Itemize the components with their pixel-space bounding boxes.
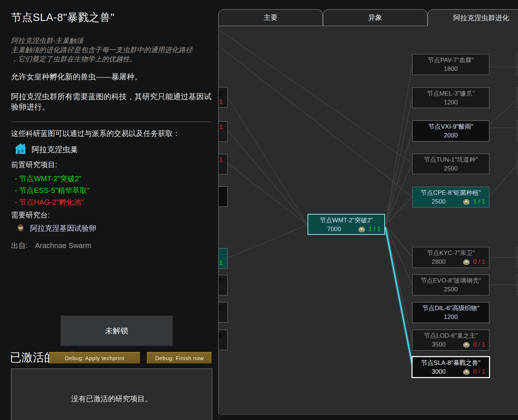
node-techprint-progress: 1 / 1 xyxy=(368,225,381,234)
node-title: 节点CPE-8"钜菌种植" xyxy=(413,188,489,197)
research-tree-canvas[interactable]: 设"111电""1壳"刺"饰"节点WMT-2"突破2"70001 / 1节点PA… xyxy=(218,26,518,414)
techprint-faction-row: 阿拉克涅虫巢 xyxy=(15,143,209,156)
node-cost: 2500 xyxy=(416,197,462,206)
node-progress-fragment: 1 xyxy=(218,98,227,107)
flavor-text: 阿拉克涅虫群-主巢触须 主巢触须的进化路径是包含于每一支虫群中的通用进化路径 ，… xyxy=(11,36,209,64)
node-techprint-progress: 1 / 1 xyxy=(473,197,485,206)
source-value: Arachnae Swarm xyxy=(35,241,91,250)
debug-apply-techprint-button[interactable]: Debug: Apply techprint xyxy=(49,352,141,364)
source-label: 出自: xyxy=(11,241,28,250)
node-title-fragment: 饰" xyxy=(218,331,227,340)
bench-heading: 需要研究台: xyxy=(11,210,209,220)
bottom-bar xyxy=(218,414,518,420)
research-node-sla8[interactable]: 节点SLA-8"暴戮之兽"30000 / 1 xyxy=(411,356,490,378)
tab-2[interactable]: 阿拉克涅虫群进化 xyxy=(428,9,518,26)
research-window: 设"111电""1壳"刺"饰"节点WMT-2"突破2"70001 / 1节点PA… xyxy=(0,0,518,420)
description-restriction: 阿拉克涅虫群所有需要蓝图的科技，其研究只能通过基因试验卵进行。 xyxy=(11,91,212,112)
research-node-dil6[interactable]: 节点DIL-6"高级织物"1200 xyxy=(412,302,489,323)
node-title: 节点TUN-1"坑道种" xyxy=(413,155,489,164)
research-node[interactable]: 饰" xyxy=(218,330,228,350)
node-title-fragment: 刺" xyxy=(218,304,227,313)
research-node[interactable]: 1 xyxy=(218,121,228,142)
research-node-lod6[interactable]: 节点LOD-6"巢之主"35000 / 1 xyxy=(412,330,489,351)
hive-house-icon xyxy=(15,143,26,156)
research-node[interactable]: 设"1 xyxy=(218,87,228,108)
node-techprint-progress: 0 / 1 xyxy=(473,258,485,266)
description-unlocks: 允许女皇种孵化新的兽虫——暴屠种。 xyxy=(11,72,212,82)
node-cost: 3000 xyxy=(416,367,462,376)
research-node-vxi9[interactable]: 节点VXI-9"酸雨"2000 xyxy=(412,121,489,141)
node-title: 节点EVO-8"玻璃钢壳" xyxy=(413,276,489,285)
node-cost: 2000 xyxy=(416,131,486,140)
research-node[interactable]: 电" xyxy=(218,186,228,207)
tab-0[interactable]: 主要 xyxy=(218,9,323,26)
node-title-fragment: 电" xyxy=(218,188,227,197)
techprint-icon xyxy=(463,342,470,348)
research-node[interactable]: 壳" xyxy=(218,275,228,295)
activated-projects-box: 没有已激活的研究项目。 xyxy=(11,369,212,420)
prereq-list: - 节点WMT-2"突破2"- 节点ESS-5"精华萃取"- 节点HAG-2"孵… xyxy=(15,173,209,208)
locked-status-button[interactable]: 未解锁 xyxy=(61,316,173,346)
node-title-fragment: 壳" xyxy=(218,276,227,286)
research-node-tun1[interactable]: 节点TUN-1"坑道种"2500 xyxy=(412,154,489,174)
node-title: 节点MEL-3"镰爪" xyxy=(413,89,489,98)
node-cost: 1200 xyxy=(416,313,486,322)
source-row: 出自: Arachnae Swarm xyxy=(11,241,209,251)
prereq-item: - 节点HAG-2"孵化池" xyxy=(15,196,209,208)
node-cost: 2500 xyxy=(416,285,486,294)
prereq-heading: 前置研究项目: xyxy=(11,160,209,170)
node-cost: 1200 xyxy=(416,98,486,107)
node-cost: 7000 xyxy=(311,225,357,234)
research-detail-panel: 节点SLA-8"暴戮之兽" 阿拉克涅虫群-主巢触须 主巢触须的进化路径是包含于每… xyxy=(0,0,218,420)
node-techprint-progress: 0 / 1 xyxy=(473,367,485,376)
techprint-icon xyxy=(359,227,365,232)
bench-row: 阿拉克涅基因试验卵 xyxy=(16,223,209,233)
prereq-item: - 节点WMT-2"突破2" xyxy=(15,173,209,184)
empty-message: 没有已激活的研究项目。 xyxy=(11,394,212,404)
node-title: 节点LOD-6"巢之主" xyxy=(413,331,489,340)
node-title: 节点SLA-8"暴戮之兽" xyxy=(413,358,489,367)
research-node-pav7[interactable]: 节点PAV-7"血棘"1800 xyxy=(412,54,489,75)
tab-1[interactable]: 异象 xyxy=(323,9,428,26)
research-node-cpe8[interactable]: 节点CPE-8"钜菌种植"25001 / 1 xyxy=(412,187,489,208)
node-title-fragment: 设" xyxy=(218,89,227,98)
divider xyxy=(11,122,211,122)
techprint-note: 这些科研蓝图可以通过与派系的交易以及任务获取： xyxy=(11,129,209,139)
node-cost: 2800 xyxy=(416,258,462,266)
prereq-item: - 节点ESS-5"精华萃取" xyxy=(15,184,209,196)
node-cost: 1800 xyxy=(416,65,486,73)
node-cost: 3500 xyxy=(416,340,462,349)
node-title-fragment: " xyxy=(218,250,227,259)
node-title: 节点KYC-7"亲卫" xyxy=(413,248,489,258)
gene-egg-icon xyxy=(16,223,25,233)
research-node[interactable]: 1 xyxy=(218,154,228,175)
node-title: 节点VXI-9"酸雨" xyxy=(413,122,489,131)
techprint-icon xyxy=(463,369,470,375)
bench-name: 阿拉克涅基因试验卵 xyxy=(30,223,96,233)
research-node-mel3[interactable]: 节点MEL-3"镰爪"1200 xyxy=(412,87,489,108)
node-progress-fragment: 1 xyxy=(218,123,227,132)
research-node-wmt2[interactable]: 节点WMT-2"突破2"70001 / 1 xyxy=(307,214,385,235)
tab-bar: 主要异象阿拉克涅虫群进化 xyxy=(218,9,518,26)
node-title: 节点PAV-7"血棘" xyxy=(413,55,489,65)
node-title: 节点DIL-6"高级织物" xyxy=(413,304,489,313)
node-cost: 2500 xyxy=(416,164,486,173)
research-node-kyc7[interactable]: 节点KYC-7"亲卫"28000 / 1 xyxy=(412,247,489,268)
techprint-icon xyxy=(463,259,470,265)
research-node[interactable]: "1 xyxy=(218,248,228,269)
techprint-icon xyxy=(463,199,470,205)
node-progress-fragment: 1 xyxy=(218,155,227,164)
debug-finish-now-button[interactable]: Debug: Finish now xyxy=(147,352,212,364)
page-title: 节点SLA-8"暴戮之兽" xyxy=(11,10,209,25)
node-techprint-progress: 0 / 1 xyxy=(473,340,485,349)
node-progress-fragment: 1 xyxy=(218,259,227,268)
techprint-faction: 阿拉克涅虫巢 xyxy=(32,144,78,155)
research-node-evo8[interactable]: 节点EVO-8"玻璃钢壳"2500 xyxy=(412,274,489,295)
node-title: 节点WMT-2"突破2" xyxy=(308,216,384,225)
research-node[interactable]: 刺" xyxy=(218,302,228,323)
